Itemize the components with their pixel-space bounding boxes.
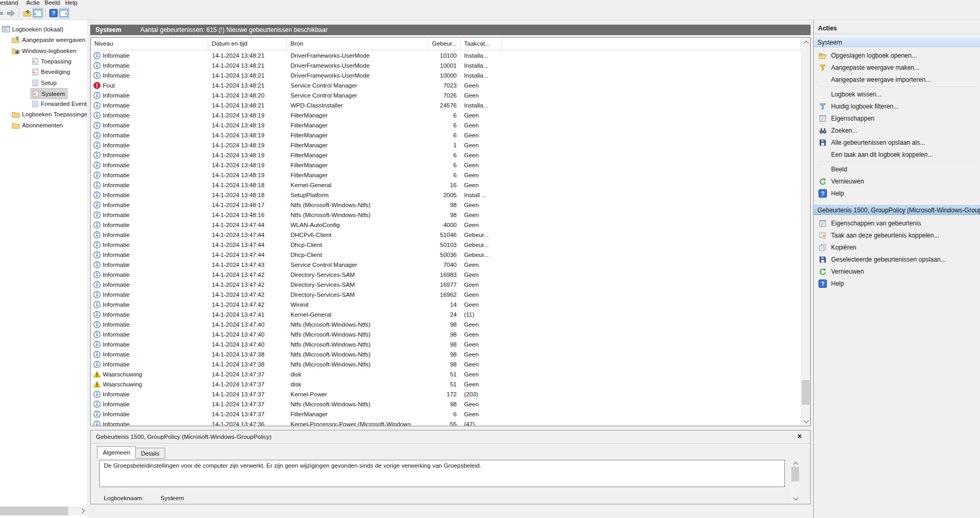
event-list-scroll-thumb[interactable]: [802, 380, 810, 405]
tree-item-windows-logboeken[interactable]: Windows-logboeken: [10, 46, 79, 56]
table-row[interactable]: Informatie14-1-2024 13:47:43Service Cont…: [91, 260, 801, 269]
table-row[interactable]: Informatie14-1-2024 13:48:19FilterManage…: [91, 140, 801, 150]
table-row[interactable]: Informatie14-1-2024 13:47:38Ntfs (Micros…: [91, 359, 801, 369]
table-row[interactable]: Informatie14-1-2024 13:48:19FilterManage…: [91, 170, 801, 180]
tree-item-abonnementen[interactable]: Abonnementen: [10, 120, 65, 130]
table-row[interactable]: Informatie14-1-2024 13:48:21DriverFramew…: [91, 60, 801, 70]
toolbar-separator: [45, 8, 46, 17]
action-huidig-logboek-filteren[interactable]: Huidig logboek filteren...: [814, 100, 980, 112]
table-row[interactable]: Informatie14-1-2024 13:48:19FilterManage…: [91, 110, 801, 120]
column-header-datetime[interactable]: Datum en tijd: [208, 38, 287, 50]
table-row[interactable]: Informatie14-1-2024 13:47:38Ntfs (Micros…: [91, 349, 801, 359]
table-row[interactable]: Informatie14-1-2024 13:48:16Ntfs (Micros…: [91, 210, 801, 220]
table-row[interactable]: Informatie14-1-2024 13:47:40Ntfs (Micros…: [91, 339, 801, 349]
action-help[interactable]: ?Help: [814, 187, 980, 199]
action-taak-aan-deze-gebeurtenis-koppelen[interactable]: Taak aan deze gebeurtenis koppelen...: [814, 229, 980, 241]
tab-algemeen[interactable]: Algemeen: [97, 446, 136, 459]
console-tree-button[interactable]: [33, 8, 43, 18]
action-kopiëren[interactable]: Kopiëren: [814, 241, 980, 253]
preview-scrollbar[interactable]: [791, 459, 800, 503]
table-row[interactable]: Waarschuwing14-1-2024 13:47:37disk51Geen: [91, 379, 801, 389]
sidebar-scroll-thumb[interactable]: [0, 506, 68, 515]
action-geselecteerde-gebeurtenissen-opslaan[interactable]: Geselecteerde gebeurtenissen opslaan...: [814, 253, 980, 265]
help-button[interactable]: ?: [48, 8, 59, 18]
table-row[interactable]: Informatie14-1-2024 13:47:42Directory-Se…: [91, 269, 801, 279]
action-eigenschappen-van-gebeurtenis[interactable]: Eigenschappen van gebeurtenis: [814, 217, 980, 229]
action-aangepaste-weergave-importeren[interactable]: Aangepaste weergave importeren...: [814, 73, 980, 85]
action-opgeslagen-logboek-openen[interactable]: Opgeslagen logboek openen...: [814, 49, 980, 61]
tree-item-beveiliging[interactable]: Beveiliging: [30, 67, 72, 77]
table-row[interactable]: Informatie14-1-2024 13:48:19FilterManage…: [91, 150, 801, 160]
action-vernieuwen[interactable]: Vernieuwen: [814, 265, 980, 277]
table-row[interactable]: Informatie14-1-2024 13:48:18SetupPlatfor…: [91, 190, 801, 200]
table-row[interactable]: Informatie14-1-2024 13:47:37FilterManage…: [91, 409, 801, 419]
close-icon[interactable]: ×: [798, 432, 802, 440]
table-row[interactable]: Fout14-1-2024 13:48:21Service Control Ma…: [91, 80, 801, 90]
menu-action[interactable]: Actie: [26, 0, 40, 6]
cell-event-id: 6: [428, 112, 460, 118]
action-logboek-wissen[interactable]: Logboek wissen...: [814, 88, 980, 100]
table-row[interactable]: Informatie14-1-2024 13:48:21WPD-ClassIns…: [91, 100, 801, 110]
menu-view[interactable]: Beeld: [45, 0, 60, 6]
action-beeld[interactable]: Beeld: [814, 163, 980, 175]
action-zoeken[interactable]: Zoeken...: [814, 124, 980, 136]
table-row[interactable]: Informatie14-1-2024 13:47:44WLAN-AutoCon…: [91, 220, 801, 230]
actions-section-header[interactable]: Gebeurtenis 1500, GroupPolicy (Microsoft…: [814, 204, 980, 215]
tree-item-forwarded-events[interactable]: Forwarded Events: [30, 99, 92, 109]
table-row[interactable]: Informatie14-1-2024 13:48:19FilterManage…: [91, 120, 801, 130]
table-row[interactable]: Informatie14-1-2024 13:48:20Service Cont…: [91, 90, 801, 100]
forward-button[interactable]: [5, 8, 16, 18]
preview-scroll-thumb[interactable]: [791, 467, 799, 481]
scroll-down-arrow-icon[interactable]: [801, 417, 811, 426]
scroll-right-arrow-icon[interactable]: [78, 506, 87, 515]
table-row[interactable]: Informatie14-1-2024 13:48:19FilterManage…: [91, 130, 801, 140]
export-log-button[interactable]: [22, 8, 33, 18]
column-header-level[interactable]: Niveau: [91, 38, 208, 50]
tree-item-systeem[interactable]: Systeem: [30, 88, 68, 99]
tree-item-setup[interactable]: Setup: [30, 78, 59, 88]
table-row[interactable]: Informatie14-1-2024 13:48:21DriverFramew…: [91, 70, 801, 80]
table-row[interactable]: Informatie14-1-2024 13:47:44DHCPv6-Clien…: [91, 230, 801, 240]
sidebar-horizontal-scrollbar[interactable]: [0, 506, 89, 515]
cell-event-id: 10001: [428, 62, 460, 69]
event-description-box[interactable]: De Groepsbeleidinstellingen voor de comp…: [99, 460, 785, 487]
column-header-event-id[interactable]: Gebeur...: [428, 38, 460, 50]
action-pane-button[interactable]: [59, 8, 69, 18]
scroll-down-arrow-icon[interactable]: [791, 494, 800, 503]
back-button[interactable]: [0, 8, 4, 18]
table-row[interactable]: Informatie14-1-2024 13:47:37Kernel-Power…: [91, 389, 801, 399]
menu-file[interactable]: estand: [0, 0, 18, 6]
table-row[interactable]: Informatie14-1-2024 13:47:41Kernel-Gener…: [91, 309, 801, 319]
action-een-taak-aan-dit-logboek-koppelen[interactable]: Een taak aan dit logboek koppelen...: [814, 148, 980, 160]
table-row[interactable]: Informatie14-1-2024 13:47:40Ntfs (Micros…: [91, 329, 801, 339]
event-list-scrollbar[interactable]: [801, 38, 810, 426]
table-row[interactable]: Informatie14-1-2024 13:47:42Directory-Se…: [91, 289, 801, 299]
menu-help[interactable]: Help: [65, 0, 78, 6]
action-eigenschappen[interactable]: Eigenschappen: [814, 112, 980, 124]
table-row[interactable]: Informatie14-1-2024 13:48:19FilterManage…: [91, 160, 801, 170]
table-row[interactable]: Informatie14-1-2024 13:47:44Dhcp-Client5…: [91, 240, 801, 250]
table-row[interactable]: Informatie14-1-2024 13:47:42Wininit14Gee…: [91, 299, 801, 309]
scroll-up-arrow-icon[interactable]: [801, 38, 811, 47]
table-row[interactable]: Informatie14-1-2024 13:47:36Kernel-Proce…: [91, 419, 801, 426]
action-vernieuwen[interactable]: Vernieuwen: [814, 175, 980, 187]
plain-log-icon: [31, 100, 39, 107]
table-row[interactable]: Informatie14-1-2024 13:47:40Ntfs (Micros…: [91, 319, 801, 329]
tree-item-logboeken-lokaal[interactable]: Logboeken (lokaal): [1, 24, 66, 34]
action-aangepaste-weergave-maken[interactable]: Aangepaste weergave maken...: [814, 61, 980, 73]
table-row[interactable]: Waarschuwing14-1-2024 13:47:37disk51Geen: [91, 369, 801, 379]
table-row[interactable]: Informatie14-1-2024 13:48:18Kernel-Gener…: [91, 180, 801, 190]
table-row[interactable]: Informatie14-1-2024 13:48:17Ntfs (Micros…: [91, 200, 801, 210]
tree-item-toepassing[interactable]: Toepassing: [30, 56, 73, 66]
column-header-source[interactable]: Bron: [287, 38, 428, 50]
table-row[interactable]: Informatie14-1-2024 13:47:44Dhcp-Client5…: [91, 250, 801, 260]
table-row[interactable]: Informatie14-1-2024 13:48:21DriverFramew…: [91, 50, 801, 60]
tree-item-aangepaste-weergaven[interactable]: Aangepaste weergaven: [10, 35, 88, 45]
action-help[interactable]: ?Help: [814, 277, 980, 289]
table-row[interactable]: Informatie14-1-2024 13:47:37Ntfs (Micros…: [91, 399, 801, 409]
actions-section-header[interactable]: Systeem: [814, 36, 980, 47]
column-header-category[interactable]: Taakcat...: [460, 38, 502, 50]
action-alle-gebeurtenissen-opslaan-als[interactable]: Alle gebeurtenissen opslaan als...: [814, 136, 980, 148]
tab-details[interactable]: Details: [135, 448, 165, 459]
table-row[interactable]: Informatie14-1-2024 13:47:42Directory-Se…: [91, 279, 801, 289]
